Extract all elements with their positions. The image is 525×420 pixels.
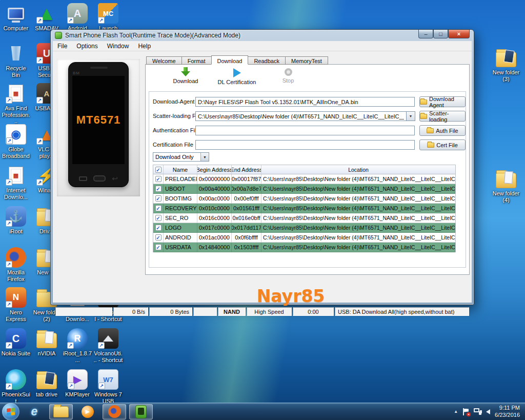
tab-format[interactable]: Format xyxy=(181,56,211,65)
table-row[interactable]: ✓ PRELOADER 0x00000000 0x00017f87 C:\Use… xyxy=(153,174,455,184)
taskbar-firefox[interactable] xyxy=(103,404,126,419)
shortcut-arrow-icon: ↗ xyxy=(6,301,12,308)
scatter-file-input[interactable] xyxy=(195,111,407,121)
download-action-button[interactable]: Download xyxy=(160,65,211,89)
tab-memorytest[interactable]: MemoryTest xyxy=(285,56,328,65)
status-bar: 0 B/s 0 Bytes NAND High Speed 0:00 USB: … xyxy=(55,307,469,316)
phone-nav-bar: ↩ xyxy=(69,175,128,182)
desktop-icon-nokia-suite[interactable]: C↗ Nokia Suite xyxy=(1,328,31,357)
folder-icon xyxy=(496,168,516,189)
desktop-icon-phoenixsuit[interactable]: ↗ PhoenixSuit xyxy=(1,369,31,404)
desktop-icon-android[interactable]: A↗ Android xyxy=(63,3,92,32)
menu-window[interactable]: Window xyxy=(103,41,134,51)
status-timer: 0:00 xyxy=(293,307,334,316)
col-location[interactable]: Location xyxy=(261,165,455,174)
taskbar-internet-explorer[interactable]: e xyxy=(23,404,46,419)
download-mode-select[interactable]: Download Only ▼ xyxy=(153,152,209,162)
auth-file-input[interactable] xyxy=(195,126,415,135)
table-row[interactable]: ✓ RECOVERY 0x010c0000 0x01561fff C:\User… xyxy=(153,204,455,213)
tab-readback[interactable]: Readback xyxy=(248,56,285,65)
table-row[interactable]: ✓ USRDATA 0x14840000 0x1503ffff C:\Users… xyxy=(153,243,455,252)
flash-tool-icon xyxy=(135,405,147,418)
taskbar-media-player[interactable]: ▶ xyxy=(76,404,99,419)
watermark-text: Nayr85 xyxy=(257,286,325,306)
start-button[interactable] xyxy=(2,403,19,420)
table-row[interactable]: ✓ ANDROID 0x01ac0000 0x0f6bffff C:\Users… xyxy=(153,233,455,243)
row-checkbox[interactable]: ✓ xyxy=(155,244,161,250)
desktop-icon-nero-express[interactable]: N↗ Nero Express xyxy=(1,287,31,322)
tab-download[interactable]: Download xyxy=(211,55,249,65)
dl-certification-button[interactable]: DL Certification xyxy=(211,65,262,89)
title-bar[interactable]: Smart Phone Flash Tool(Runtime Trace Mod… xyxy=(51,30,474,41)
stop-button[interactable]: Stop xyxy=(262,65,314,89)
col-end-address[interactable]: End Address xyxy=(232,165,261,174)
desktop-icon-smadav[interactable]: ▲↗ SMADAV xyxy=(32,3,62,32)
col-name[interactable]: Name xyxy=(164,165,197,174)
cert-file-button[interactable]: Cert File xyxy=(419,139,466,150)
table-row[interactable]: ✓ LOGO 0x017c0000 0x017dd117 C:\Users\na… xyxy=(153,223,455,233)
desktop-icon-computer[interactable]: Computer xyxy=(1,3,31,32)
firefox-icon: ↗ xyxy=(6,247,26,268)
col-begin-address[interactable]: Begin Address xyxy=(197,165,232,174)
phone-screen: MT6571 xyxy=(72,76,125,164)
row-checkbox[interactable]: ✓ xyxy=(155,176,161,182)
menu-options[interactable]: Options xyxy=(72,41,102,51)
cert-file-input[interactable] xyxy=(195,140,415,150)
action-center-icon[interactable]: × xyxy=(462,408,469,415)
desktop-icon-recycle-bin[interactable]: Recycle Bin xyxy=(1,43,31,78)
icon-label: Internet Downlo... xyxy=(1,187,31,200)
document-icon: ▦↗ xyxy=(6,83,26,104)
desktop-icon-internet-download[interactable]: ▦↗ Internet Downlo... xyxy=(1,165,31,200)
desktop-icon-iroot[interactable]: ⚓↗ iRoot xyxy=(1,206,31,235)
globe-icon: ◉↗ xyxy=(6,124,26,145)
row-checkbox[interactable]: ✓ xyxy=(155,234,161,241)
table-row[interactable]: ✓ UBOOT 0x00a40000 0x00a7d8e7 C:\Users\n… xyxy=(153,184,455,194)
taskbar-windows-explorer[interactable] xyxy=(49,404,73,419)
row-checkbox[interactable]: ✓ xyxy=(155,195,161,202)
desktop-icon-tab-drive[interactable]: tab drive xyxy=(32,369,62,398)
tray-expand-icon[interactable]: ▲ xyxy=(454,409,458,414)
folder-open-icon xyxy=(420,99,427,105)
document-icon: ▦↗ xyxy=(6,165,26,186)
shortcut-arrow-icon: ↗ xyxy=(98,17,105,24)
file-settings-groupbox: Download-Agent Download Agent Scatter-lo… xyxy=(149,91,466,268)
status-storage: NAND xyxy=(218,307,246,316)
desktop-icon-kmplayer[interactable]: ▶↗ KMPlayer xyxy=(63,369,92,398)
close-button[interactable]: × xyxy=(448,30,470,38)
desktop-icon-new-folder-4[interactable]: New folder (4) xyxy=(491,168,521,203)
tab-welcome[interactable]: Welcome xyxy=(146,56,181,65)
shortcut-arrow-icon: ↗ xyxy=(67,17,74,24)
scatter-loading-button[interactable]: Scatter-loading xyxy=(419,111,466,122)
minimize-button[interactable]: – xyxy=(418,30,433,38)
menu-file[interactable]: File xyxy=(53,41,72,51)
desktop-icon-ava-find[interactable]: ▦↗ Ava Find Profession... xyxy=(1,83,31,125)
taskbar-clock[interactable]: 9:11 PM 6/23/2016 xyxy=(495,405,520,419)
desktop-icon-globe-broadband[interactable]: ◉↗ Globe Broadband xyxy=(1,124,31,159)
firefox-icon xyxy=(108,405,121,418)
table-row[interactable]: ✓ BOOTIMG 0x00ac0000 0x00ef0fff C:\Users… xyxy=(153,194,455,204)
volume-icon[interactable] xyxy=(486,409,490,414)
desktop-icon-nvidia[interactable]: nVIDIA xyxy=(32,328,62,357)
icon-label: New folder (3) xyxy=(491,69,521,82)
icon-label: Nokia Suite xyxy=(1,350,31,357)
desktop-icon-new-folder-3[interactable]: New folder (3) xyxy=(491,47,521,82)
desktop-icon-firefox[interactable]: ↗ Mozilla Firefox xyxy=(1,247,31,282)
table-row[interactable]: ✓ SEC_RO 0x016c0000 0x016e0bff C:\Users\… xyxy=(153,213,455,223)
auth-file-button[interactable]: Auth File xyxy=(419,125,466,136)
desktop-icon-volcanoutility[interactable]: ↗ VolcanoUti... - Shortcut xyxy=(93,328,123,363)
download-agent-button[interactable]: Download Agent xyxy=(419,96,466,107)
scatter-dropdown-arrow[interactable]: ▼ xyxy=(407,111,415,121)
row-checkbox[interactable]: ✓ xyxy=(155,225,161,231)
icon-label: iRoot_1.8.7... xyxy=(63,350,92,363)
chevron-down-icon: ▼ xyxy=(409,114,413,118)
window-title: Smart Phone Flash Tool(Runtime Trace Mod… xyxy=(65,32,240,39)
select-all-checkbox[interactable]: ✓ xyxy=(155,167,161,173)
desktop-icon-iroot-187[interactable]: R↗ iRoot_1.8.7... xyxy=(63,328,92,363)
row-checkbox[interactable]: ✓ xyxy=(155,205,161,211)
row-checkbox[interactable]: ✓ xyxy=(155,215,161,221)
row-checkbox[interactable]: ✓ xyxy=(155,186,161,192)
taskbar-flash-tool[interactable] xyxy=(129,404,153,419)
download-agent-input[interactable] xyxy=(195,97,415,107)
menu-help[interactable]: Help xyxy=(133,41,155,51)
maximize-button[interactable]: □ xyxy=(433,30,448,38)
